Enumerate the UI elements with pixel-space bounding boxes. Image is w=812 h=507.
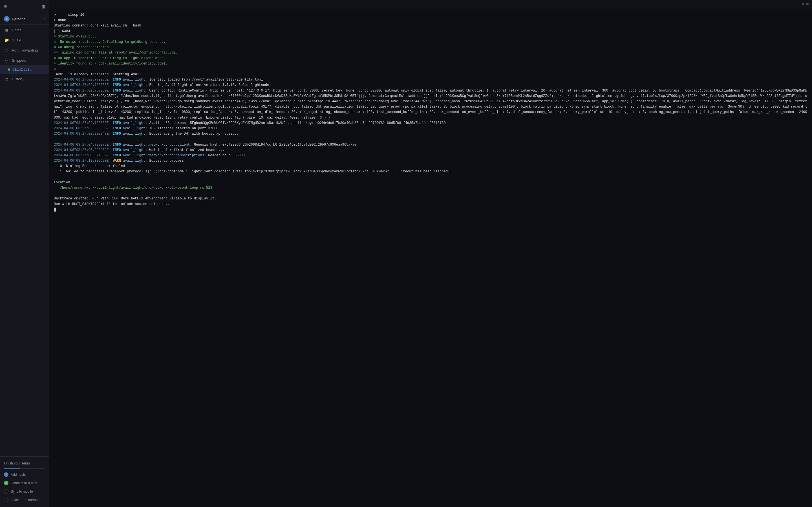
terminal-line: 1: Failed to negotiate transport protoco… bbox=[54, 169, 808, 174]
hosts-icon: ▦ bbox=[4, 27, 9, 32]
sidebar-item-port-forwarding-label: Port Forwarding bbox=[12, 48, 38, 52]
sidebar-item-port-forwarding[interactable]: ⬡ Port Forwarding bbox=[0, 45, 49, 55]
terminal-line bbox=[54, 207, 808, 212]
connect-host-check-icon: ✓ bbox=[4, 481, 8, 485]
invite-team-check-icon bbox=[4, 498, 8, 502]
terminal-line: ⊘ No app ID specified. Defaulting to lig… bbox=[54, 56, 808, 61]
sftp-icon: 📁 bbox=[4, 38, 9, 42]
host-status-dot bbox=[8, 68, 10, 71]
terminal-line: ⊘ Starting Availup... bbox=[54, 34, 808, 40]
terminal-line: 2024-04-06T08:27:04.722976Z INFO avail_l… bbox=[54, 142, 808, 148]
sidebar-item-snippets-label: Snippets bbox=[12, 58, 26, 62]
setup-item-sync-mobile-label: Sync to mobile bbox=[11, 490, 33, 494]
titlebar-split-icon[interactable]: ⊟ bbox=[802, 2, 804, 7]
terminal-line bbox=[54, 191, 808, 196]
terminal-line: Backtrace omitted. Run with RUST_BACKTRA… bbox=[54, 196, 808, 202]
sidebar-item-hosts[interactable]: ▦ Hosts bbox=[0, 25, 49, 35]
setup-chevron-icon: ▾ bbox=[43, 461, 45, 466]
terminal-output[interactable]: > sleep 10> doneStarting command: curl -… bbox=[49, 9, 812, 507]
sidebar-item-active-host[interactable]: 63.142.253... bbox=[0, 65, 49, 74]
sidebar: ⚙ ▣ P Personal ▾ ▦ Hosts 📁 SFTP ⬡ Port F… bbox=[0, 0, 49, 507]
setup-item-connect-host-label: Connect to a host bbox=[11, 481, 37, 485]
account-avatar: P bbox=[4, 16, 10, 22]
snippets-icon: {} bbox=[4, 58, 9, 62]
terminal-line: ⊘⊘ Wiping old config file at /root/.avai… bbox=[54, 50, 808, 55]
add-hosts-check-icon: ✓ bbox=[4, 472, 8, 477]
setup-progress-bar-fill bbox=[4, 468, 20, 469]
account-chevron-icon: ▾ bbox=[43, 17, 45, 20]
terminal-line: ⊘ Identity found at /root/.avail/identit… bbox=[54, 61, 808, 66]
terminal-line: > sleep 10 bbox=[54, 12, 808, 18]
sync-mobile-check-icon bbox=[4, 489, 8, 494]
history-icon: ◔ bbox=[4, 76, 9, 81]
terminal-line: 2024-04-06T08:27:02.809347Z INFO avail_l… bbox=[54, 131, 808, 136]
terminal-line: 2024-04-06T08:27:12.809690Z WARN avail_l… bbox=[54, 158, 808, 164]
sidebar-top: ⚙ ▣ bbox=[0, 0, 49, 13]
terminal-line: [1] 6484 bbox=[54, 29, 808, 34]
terminal-line: 2024-04-06T08:27:02.780630Z INFO avail_l… bbox=[54, 121, 808, 126]
terminal-line: 2024-04-06T08:27:02.779936Z INFO avail_l… bbox=[54, 77, 808, 82]
account-name: Personal bbox=[12, 17, 43, 21]
terminal-line: 0: Dialing Bootstrap peer failed. bbox=[54, 164, 808, 169]
setup-item-add-hosts-label: Add hosts bbox=[11, 473, 26, 476]
titlebar-icons: ⊟ ⊡ bbox=[802, 2, 809, 7]
terminal-line: Run with RUST_BACKTRACE=full to include … bbox=[54, 202, 808, 207]
terminal-line: 2024-04-06T08:27:02.780050Z INFO avail_l… bbox=[54, 88, 808, 121]
terminal-line: ⊘ Goldberg testnet selected. bbox=[54, 45, 808, 50]
terminal-line bbox=[54, 175, 808, 180]
sidebar-item-history-label: History bbox=[12, 77, 23, 81]
terminal-line: ⊘ bbox=[54, 66, 808, 72]
terminal-line: 2024-04-06T08:27:02.780038Z INFO avail_l… bbox=[54, 82, 808, 88]
main-terminal: ⊟ ⊡ > sleep 10> doneStarting command: cu… bbox=[49, 0, 812, 507]
terminal-line: 2024-04-06T08:27:06.324569Z INFO avail_l… bbox=[54, 153, 808, 158]
sidebar-item-active-host-label: 63.142.253... bbox=[12, 68, 32, 71]
setup-progress-bar-container bbox=[4, 468, 45, 469]
setup-item-add-hosts[interactable]: ✓ Add hosts bbox=[0, 470, 49, 479]
terminal-line: ⊘ No network selected. Defaulting to gol… bbox=[54, 40, 808, 45]
setup-title: Finish your setup: bbox=[4, 461, 31, 465]
setup-section: Finish your setup: ▾ ✓ Add hosts ✓ Conne… bbox=[0, 456, 49, 507]
titlebar: ⊟ ⊡ bbox=[49, 0, 812, 9]
terminal-line: > done bbox=[54, 18, 808, 23]
sidebar-item-sftp[interactable]: 📁 SFTP bbox=[0, 35, 49, 45]
setup-item-invite-team[interactable]: Invite team members bbox=[0, 496, 49, 504]
titlebar-expand-icon[interactable]: ⊡ bbox=[806, 2, 809, 7]
sidebar-item-sftp-label: SFTP bbox=[12, 38, 21, 42]
setup-item-invite-team-label: Invite team members bbox=[11, 498, 42, 502]
port-forwarding-icon: ⬡ bbox=[4, 48, 9, 52]
terminal-line: Avail is already installed. Starting Ava… bbox=[54, 72, 808, 77]
terminal-line: Location: bbox=[54, 180, 808, 185]
settings-icon[interactable]: ⚙ bbox=[4, 3, 7, 10]
account-switcher[interactable]: P Personal ▾ bbox=[0, 13, 49, 25]
setup-header[interactable]: Finish your setup: ▾ bbox=[0, 459, 49, 467]
sidebar-item-snippets[interactable]: {} Snippets bbox=[0, 55, 49, 65]
terminal-line: 2024-04-06T08:27:05.923262Z INFO avail_l… bbox=[54, 148, 808, 153]
setup-item-connect-host[interactable]: ✓ Connect to a host bbox=[0, 479, 49, 487]
terminal-line: Starting command: curl -sL1 avail.sh | b… bbox=[54, 23, 808, 29]
terminal-icon[interactable]: ▣ bbox=[42, 3, 45, 10]
sidebar-item-history[interactable]: ◔ History bbox=[0, 74, 49, 84]
setup-item-sync-mobile[interactable]: Sync to mobile bbox=[0, 487, 49, 496]
terminal-line: 2024-04-06T08:27:02.808865Z INFO avail_l… bbox=[54, 126, 808, 131]
terminal-line bbox=[54, 136, 808, 142]
terminal-line: /home/runner/work/avail-light/avail-ligh… bbox=[54, 185, 808, 191]
sidebar-item-hosts-label: Hosts bbox=[12, 28, 21, 32]
